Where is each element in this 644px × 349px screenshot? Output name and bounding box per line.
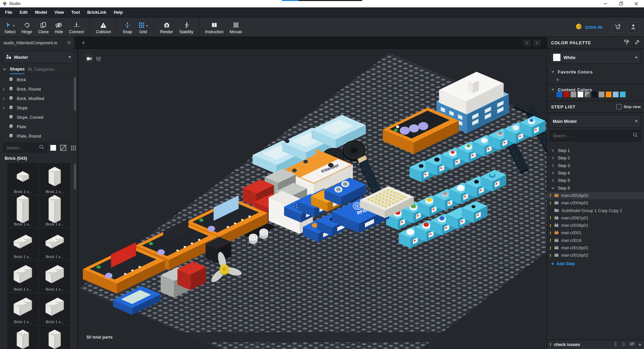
menu-file[interactable]: File bbox=[1, 7, 16, 17]
tool-collision[interactable]: Collision bbox=[93, 17, 114, 37]
close-tab-icon[interactable] bbox=[67, 40, 71, 46]
part-thumbnail[interactable]: Brick 1 x... bbox=[39, 195, 71, 228]
add-issue-icon[interactable]: + bbox=[638, 342, 641, 347]
content-color-swatch-9[interactable] bbox=[620, 92, 626, 97]
category-slope-curved[interactable]: Slope, Curved bbox=[0, 113, 77, 122]
category-brick-modified[interactable]: Brick, Modified bbox=[0, 94, 77, 103]
part-thumbnail[interactable]: Brick 1 x... bbox=[7, 260, 39, 293]
step-item-row[interactable]: !mwl-c0067p01 bbox=[547, 214, 644, 222]
tool-snap[interactable]: Snap bbox=[120, 17, 135, 37]
content-color-swatch-0[interactable] bbox=[556, 92, 562, 97]
viewport-3d[interactable]: KittenBotRFID 50 total parts bbox=[78, 49, 547, 349]
step-model-dropdown[interactable]: Main Model bbox=[550, 115, 641, 128]
tool-clone[interactable]: Clone bbox=[35, 17, 52, 37]
part-thumbnail[interactable]: Brick 1 x... bbox=[39, 228, 71, 260]
content-color-swatch-6[interactable] bbox=[599, 92, 604, 97]
color-selector-dropdown[interactable]: White bbox=[550, 51, 641, 64]
rotate-lock-button[interactable] bbox=[95, 55, 103, 63]
step-row-3[interactable]: Step 3 bbox=[547, 162, 644, 169]
content-color-swatch-4[interactable] bbox=[585, 92, 590, 97]
camera-view-button[interactable] bbox=[85, 55, 93, 63]
tab-nav-left-button[interactable] bbox=[523, 40, 531, 46]
part-thumbnail[interactable]: Brick 1 x... bbox=[39, 293, 71, 326]
menu-tool[interactable]: Tool bbox=[68, 7, 84, 17]
tool-select[interactable]: Select bbox=[1, 17, 18, 37]
collapse-chevron-icon[interactable] bbox=[3, 66, 6, 72]
menu-help[interactable]: Help bbox=[110, 7, 126, 17]
add-favorite-color-button[interactable]: + bbox=[556, 77, 559, 84]
part-thumbnail[interactable]: Brick 1 x... bbox=[7, 195, 39, 228]
grid-view-button[interactable] bbox=[70, 144, 77, 152]
step-item-row[interactable]: SubModel Group 1 Copy Copy 2 bbox=[547, 207, 644, 214]
expand-all-icon[interactable] bbox=[621, 342, 626, 348]
menu-bricklink[interactable]: BrickLink bbox=[84, 7, 110, 17]
category-plate[interactable]: Plate bbox=[0, 122, 77, 132]
category-brick-round[interactable]: Brick, Round bbox=[0, 85, 77, 94]
part-thumbnail[interactable]: Brick 1 x... bbox=[7, 326, 39, 349]
step-search-box[interactable] bbox=[550, 130, 641, 141]
parts-search-box[interactable] bbox=[3, 143, 47, 152]
category-brick[interactable]: Brick bbox=[0, 75, 77, 85]
step-item-row[interactable]: !mwl-c0038p01 bbox=[547, 222, 644, 229]
step-item-row[interactable]: !mwl-c0016 bbox=[547, 237, 644, 244]
category-slope[interactable]: Slope bbox=[0, 103, 77, 113]
content-color-swatch-1[interactable] bbox=[564, 92, 569, 97]
step-item-row[interactable]: !mwl-c0016p01 bbox=[547, 244, 644, 252]
step-search-input[interactable] bbox=[552, 133, 633, 139]
menu-model[interactable]: Model bbox=[31, 7, 51, 17]
step-item-row[interactable]: !mwl-c0004p01 bbox=[547, 199, 644, 207]
part-thumbnail[interactable]: Brick 1 x... bbox=[39, 260, 71, 293]
sign-in-button[interactable]: SIGN IN bbox=[575, 23, 602, 32]
document-tab[interactable]: studio_KittenbotComponent.io bbox=[0, 37, 74, 49]
category-plate-round[interactable]: Plate, Round bbox=[0, 132, 77, 141]
close-button[interactable] bbox=[629, 0, 644, 7]
upload-button[interactable] bbox=[627, 22, 639, 33]
tab-nav-right-button[interactable] bbox=[533, 40, 541, 46]
content-color-swatch-3[interactable] bbox=[578, 92, 583, 97]
tab-bl-categories[interactable]: BL Categories bbox=[28, 67, 54, 72]
parts-scrollbar[interactable] bbox=[74, 164, 76, 189]
model-selector-dropdown[interactable]: Master bbox=[3, 51, 74, 63]
new-tab-button[interactable]: + bbox=[78, 37, 89, 49]
step-row-1[interactable]: Step 1 bbox=[547, 147, 644, 154]
collapse-all-icon[interactable] bbox=[613, 342, 618, 348]
menu-edit[interactable]: Edit bbox=[16, 7, 32, 17]
tool-render[interactable]: Render bbox=[157, 17, 176, 37]
minimize-button[interactable] bbox=[598, 0, 613, 7]
tool-grid[interactable]: Grid bbox=[135, 17, 151, 37]
content-color-swatch-2[interactable] bbox=[571, 92, 576, 97]
scene-canvas[interactable]: KittenBotRFID bbox=[78, 49, 547, 349]
category-scrollbar[interactable] bbox=[74, 77, 76, 111]
tab-shapes[interactable]: Shapes bbox=[10, 67, 24, 74]
favorite-colors-section[interactable]: Favorite Colors bbox=[551, 69, 593, 75]
color-swatch-button[interactable] bbox=[49, 144, 57, 152]
content-color-swatch-5[interactable] bbox=[592, 92, 597, 97]
restore-button[interactable] bbox=[613, 0, 629, 7]
tool-hinge[interactable]: Hinge bbox=[18, 17, 35, 37]
part-thumbnail[interactable]: Brick 1 x... bbox=[7, 163, 39, 195]
hide-issues-icon[interactable] bbox=[629, 341, 635, 348]
step-view-checkbox[interactable] bbox=[616, 104, 622, 109]
parts-search-input[interactable] bbox=[6, 145, 39, 151]
step-item-row[interactable]: !mwl-c0018p02 bbox=[547, 192, 644, 199]
tool-connect[interactable]: Connect bbox=[66, 17, 87, 37]
content-color-swatch-8[interactable] bbox=[613, 92, 619, 97]
paint-roller-icon[interactable] bbox=[624, 39, 630, 46]
tool-instruction[interactable]: Instruction bbox=[202, 17, 226, 37]
tool-mosaic[interactable]: Mosaic bbox=[227, 17, 246, 37]
cart-button[interactable] bbox=[612, 22, 624, 33]
step-row-2[interactable]: Step 2 bbox=[547, 154, 644, 162]
building-chimney[interactable] bbox=[468, 78, 479, 93]
menu-view[interactable]: View bbox=[51, 7, 67, 17]
step-item-row[interactable]: !mwl-c0016p02 bbox=[547, 252, 644, 259]
tool-stability[interactable]: Stability bbox=[176, 17, 196, 37]
part-thumbnail[interactable]: Brick 1 x... bbox=[7, 293, 39, 326]
tool-hide[interactable]: Hide bbox=[52, 17, 66, 37]
part-thumbnail[interactable]: Brick 1 x... bbox=[7, 228, 39, 260]
add-step-button[interactable]: +Add Step bbox=[547, 260, 644, 268]
step-row-4[interactable]: Step 4 bbox=[547, 169, 644, 177]
color-filter-button[interactable] bbox=[59, 144, 67, 152]
step-item-row[interactable]: !mwl-c0001 bbox=[547, 229, 644, 237]
step-row-6[interactable]: Step 6 bbox=[547, 184, 644, 192]
content-color-swatch-7[interactable] bbox=[606, 92, 611, 97]
